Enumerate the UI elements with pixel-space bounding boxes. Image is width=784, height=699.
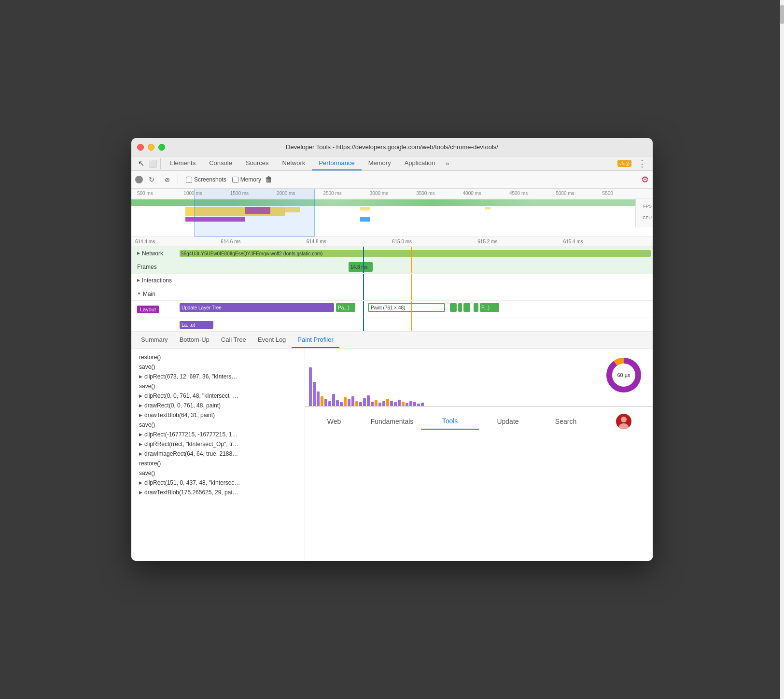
tab-performance[interactable]: Performance	[312, 156, 361, 170]
paint-item-text-0: restore()	[139, 354, 161, 361]
window-title: Developer Tools - https://developers.goo…	[286, 143, 498, 151]
paint-bar-1[interactable]: Pa...)	[336, 303, 355, 312]
frames-orange-line	[411, 260, 412, 273]
network-collapse-icon[interactable]: ▶	[137, 251, 140, 255]
chart-bar	[421, 403, 424, 406]
maximize-button[interactable]	[158, 144, 165, 151]
screenshots-label: Screenshots	[194, 176, 226, 183]
chart-bars-container	[305, 349, 653, 406]
minimize-button[interactable]	[148, 144, 154, 151]
more-tabs-button[interactable]: »	[442, 157, 453, 170]
tab-network[interactable]: Network	[276, 156, 312, 170]
paint-right: 60 µs Web Fundamentals Tools Update Sear…	[305, 349, 653, 561]
frame-duration: 14.8 ms	[350, 265, 368, 270]
trash-icon[interactable]: 🗑	[265, 175, 273, 184]
paint-item-6[interactable]: ▶ drawTextBlob(64, 31, paint)	[131, 410, 305, 420]
tab-console[interactable]: Console	[202, 156, 239, 170]
small-green-bars: P...)	[450, 303, 499, 312]
paint-item-3[interactable]: save()	[131, 381, 305, 391]
paint-item-1[interactable]: save()	[131, 362, 305, 372]
clear-icon[interactable]: ⊘	[160, 173, 174, 186]
ruler-mark-10: 5500	[602, 191, 649, 196]
paint-item-text-12: save()	[139, 470, 155, 476]
cursor-icon[interactable]: ↖	[135, 157, 147, 170]
interactions-track-content	[180, 274, 653, 287]
chart-bar	[348, 399, 350, 406]
paint-item-12[interactable]: save()	[131, 468, 305, 478]
chart-bar	[355, 401, 358, 406]
memory-checkbox[interactable]	[232, 177, 238, 183]
paint-item-13[interactable]: ▶ clipRect(151, 0, 437, 48, "kIntersec…	[131, 478, 305, 488]
update-layer-tree-bar[interactable]: Update Layer Tree	[180, 303, 334, 312]
tab-memory[interactable]: Memory	[362, 156, 398, 170]
nav-web[interactable]: Web	[305, 414, 363, 429]
close-button[interactable]	[137, 144, 144, 151]
frame-marker[interactable]: 14.8 ms	[349, 262, 373, 272]
main-label: Main	[143, 291, 155, 297]
record-button[interactable]	[135, 176, 143, 183]
nav-avatar[interactable]	[595, 410, 653, 433]
tab-elements[interactable]: Elements	[163, 156, 202, 170]
cpu-label: CPU	[637, 215, 652, 220]
tab-separator	[160, 158, 161, 169]
network-bar[interactable]: S6g4U3t-Y5UEw0IE80IIgEseQY3FEmqw.woff2 (…	[180, 250, 651, 257]
chart-bar	[417, 404, 420, 406]
paint-item-8[interactable]: ▶ clipRect(-16777215, -16777215, 1…	[131, 430, 305, 439]
orange-marker-line	[411, 247, 412, 260]
main-orange-line	[411, 287, 412, 300]
screenshots-checkbox[interactable]	[186, 177, 192, 183]
network-label: Network	[142, 250, 163, 257]
warning-icon: ⚠	[620, 160, 625, 167]
tab-call-tree[interactable]: Call Tree	[215, 332, 252, 348]
paint-item-2[interactable]: ▶ clipRect(673, 12, 697, 36, "kInters…	[131, 372, 305, 381]
paint-item-text-11: restore()	[139, 460, 161, 467]
paint-item-5[interactable]: ▶ drawRect(0, 0, 761, 48, paint)	[131, 401, 305, 410]
nav-search[interactable]: Search	[537, 414, 595, 429]
chart-bar	[324, 399, 327, 406]
nav-update[interactable]: Update	[479, 414, 537, 429]
chart-bar	[336, 400, 339, 406]
more-options-icon[interactable]: ⋮	[635, 157, 649, 170]
paint-item-10[interactable]: ▶ drawImageRect(64, 64, true, 2188…	[131, 449, 305, 459]
chart-bar	[406, 403, 408, 406]
detail-mark-2: 614.8 ms	[307, 239, 392, 244]
detail-mark-5: 615.4 ms	[563, 239, 649, 244]
paint-item-0[interactable]: restore()	[131, 352, 305, 362]
paint-item-11[interactable]: restore()	[131, 459, 305, 468]
settings-icon[interactable]: ⚙	[641, 174, 649, 185]
reload-icon[interactable]: ↻	[145, 173, 158, 186]
chart-bar	[351, 396, 354, 406]
paint-item-14[interactable]: ▶ drawTextBlob(175.265625, 29, pai…	[131, 488, 305, 497]
paint-item-9[interactable]: ▶ clipRRect(rrect, "kIntersect_Op", tr…	[131, 439, 305, 449]
tab-paint-profiler[interactable]: Paint Profiler	[292, 332, 339, 348]
nav-fundamentals[interactable]: Fundamentals	[363, 414, 421, 429]
devtools-window: Developer Tools - https://developers.goo…	[131, 138, 653, 561]
frames-track-label: Frames	[131, 264, 180, 270]
tab-sources[interactable]: Sources	[239, 156, 276, 170]
warning-count: 2	[626, 161, 629, 167]
paint-commands-list[interactable]: restore() save() ▶ clipRect(673, 12, 697…	[131, 349, 305, 561]
paint-item-7[interactable]: save()	[131, 420, 305, 430]
paint-item-4[interactable]: ▶ clipRect(0, 0, 761, 48, "kIntersect_…	[131, 391, 305, 401]
tab-bottom-up[interactable]: Bottom-Up	[174, 332, 215, 348]
paint-item-text-2: clipRect(673, 12, 697, 36, "kInters…	[144, 373, 237, 380]
interactions-label: Interactions	[142, 277, 172, 284]
paint-bar-main[interactable]: Paint (761 × 48)	[368, 303, 445, 312]
network-track-label: ▶ Network	[131, 250, 180, 257]
layout-sub-bar[interactable]: La...ut	[180, 321, 213, 329]
tab-summary[interactable]: Summary	[135, 332, 174, 348]
layers-icon[interactable]: ⬜	[147, 157, 158, 170]
bottom-tabs: Summary Bottom-Up Call Tree Event Log Pa…	[131, 332, 653, 349]
screenshots-checkbox-group: Screenshots	[186, 176, 226, 183]
arrow-icon-8: ▶	[139, 432, 142, 437]
interactions-blue-line	[363, 274, 364, 287]
tab-application[interactable]: Application	[398, 156, 442, 170]
interactions-collapse-icon[interactable]: ▶	[137, 278, 140, 282]
main-collapse-icon[interactable]: ▼	[137, 292, 141, 296]
nav-tools[interactable]: Tools	[421, 413, 479, 430]
chart-bar	[321, 396, 323, 406]
tab-event-log[interactable]: Event Log	[252, 332, 292, 348]
donut-duration: 60 µs	[617, 372, 630, 378]
timeline-selection[interactable]	[194, 189, 315, 237]
warning-badge[interactable]: ⚠ 2	[617, 160, 631, 167]
